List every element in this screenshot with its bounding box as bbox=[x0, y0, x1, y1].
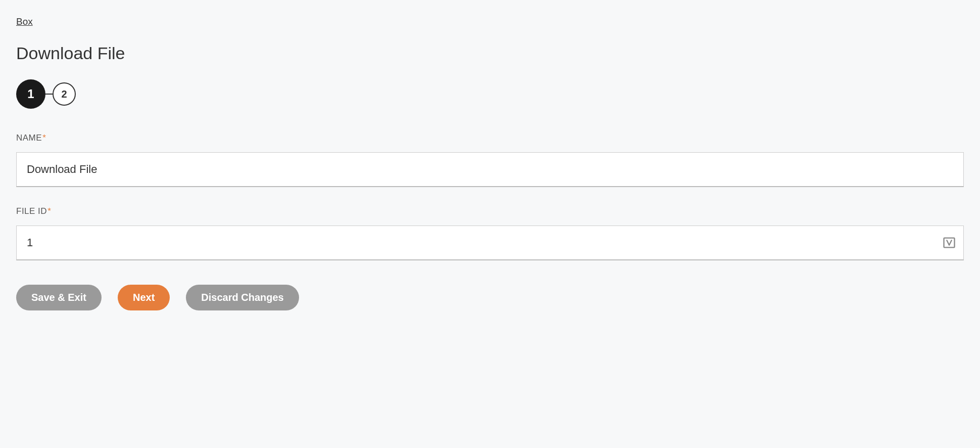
file-id-label-text: FILE ID bbox=[16, 206, 47, 216]
step-2[interactable]: 2 bbox=[53, 82, 76, 106]
name-input[interactable] bbox=[17, 153, 963, 186]
form-group-name: NAME* bbox=[16, 133, 964, 187]
svg-rect-0 bbox=[944, 238, 955, 248]
name-label: NAME* bbox=[16, 133, 964, 143]
step-1[interactable]: 1 bbox=[16, 79, 45, 109]
variable-icon[interactable] bbox=[942, 236, 956, 250]
save-exit-button[interactable]: Save & Exit bbox=[16, 285, 102, 310]
name-label-text: NAME bbox=[16, 133, 42, 143]
file-id-input-wrapper bbox=[16, 226, 964, 260]
required-asterisk: * bbox=[47, 206, 51, 216]
page-title: Download File bbox=[16, 43, 964, 63]
required-asterisk: * bbox=[42, 133, 46, 143]
name-input-wrapper bbox=[16, 152, 964, 187]
breadcrumb-link[interactable]: Box bbox=[16, 16, 33, 27]
form-group-file-id: FILE ID* bbox=[16, 206, 964, 260]
button-row: Save & Exit Next Discard Changes bbox=[16, 285, 964, 310]
file-id-input[interactable] bbox=[17, 226, 963, 259]
stepper: 1 2 bbox=[16, 79, 964, 109]
step-connector bbox=[45, 94, 53, 95]
discard-changes-button[interactable]: Discard Changes bbox=[186, 285, 299, 310]
next-button[interactable]: Next bbox=[118, 285, 170, 310]
file-id-label: FILE ID* bbox=[16, 206, 964, 216]
